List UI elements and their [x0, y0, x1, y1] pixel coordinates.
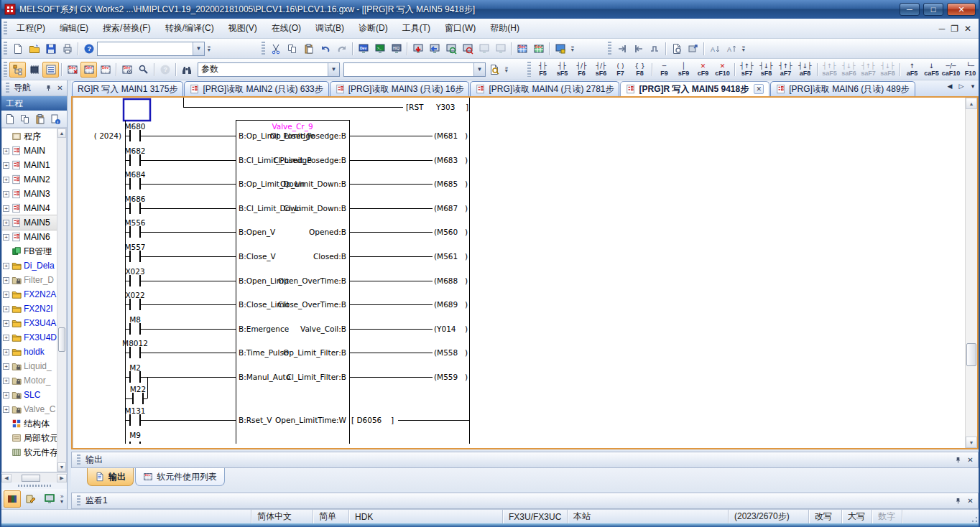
dev-eye-icon[interactable]: Dev	[119, 62, 135, 78]
sort-down-icon[interactable]: A	[706, 41, 723, 57]
expander-plus-icon[interactable]: +	[3, 148, 9, 154]
scroll-down-icon[interactable]: ▼	[966, 437, 977, 448]
tab-more-icon[interactable]: ▾	[969, 83, 977, 90]
doc-search-icon[interactable]	[486, 62, 502, 78]
document-tab-2[interactable]: [PRG]读取 MAIN2 (只读) 633步	[184, 81, 328, 96]
menu-item-7[interactable]: 调试(B)	[308, 20, 351, 36]
toolbar-overflow-icon[interactable]: »▾	[502, 62, 511, 78]
tree-item-main[interactable]: +MAIN	[2, 144, 57, 158]
ladder-symbol-cf9-button[interactable]: ✕cF9	[693, 60, 713, 78]
mdi-restore-button[interactable]: ❐	[951, 24, 958, 34]
menu-item-8[interactable]: 诊断(D)	[351, 20, 395, 36]
expander-plus-icon[interactable]: +	[3, 320, 9, 327]
menu-item-11[interactable]: 帮助(H)	[483, 20, 527, 36]
tree-item-main5[interactable]: +MAIN5	[2, 215, 57, 230]
document-tab-1[interactable]: RG]R 写入 MAIN1 3175步	[72, 81, 183, 96]
menu-item-9[interactable]: 工具(T)	[395, 20, 438, 36]
menu-item-5[interactable]: 视图(V)	[221, 20, 264, 36]
copy-icon[interactable]	[284, 41, 300, 57]
tree-hscroll-thumb[interactable]	[22, 475, 40, 482]
menu-item-4[interactable]: 转换/编译(C)	[158, 20, 221, 36]
tree-item-valvec[interactable]: +Valve_C	[2, 402, 57, 416]
dev-blue-icon[interactable]: Dev	[514, 41, 530, 57]
toolbar-grip[interactable]	[4, 62, 7, 76]
panel-resize-handle[interactable]	[1, 482, 67, 489]
help-icon[interactable]: ?	[80, 41, 97, 57]
tree-item-fx3u4a[interactable]: +FX3U4A	[2, 316, 57, 330]
document-tab-5[interactable]: [PRG]R 写入 MAIN5 9418步✕	[620, 81, 769, 96]
expander-plus-icon[interactable]: +	[3, 277, 9, 284]
tree-item-slc[interactable]: +SLC	[2, 388, 57, 402]
expander-plus-icon[interactable]: +	[3, 335, 9, 341]
tree-item-main3[interactable]: +MAIN3	[2, 187, 57, 201]
tree-scroll-thumb[interactable]	[58, 327, 65, 352]
pin-icon[interactable]	[44, 83, 53, 93]
user-lib-icon[interactable]	[22, 490, 40, 508]
menu-item-1[interactable]: 工程(P)	[9, 20, 52, 36]
jump-win-icon[interactable]	[685, 41, 701, 57]
new-doc-icon[interactable]	[3, 112, 17, 126]
ladder-symbol-sf5-button[interactable]: ┤├sF5	[553, 60, 572, 78]
maximize-button[interactable]: □	[923, 3, 943, 16]
save-icon[interactable]	[42, 41, 59, 57]
expander-plus-icon[interactable]: +	[3, 191, 9, 197]
chevron-down-icon[interactable]: ▼	[473, 63, 485, 76]
tree-item-liquid[interactable]: +Liquid_	[2, 359, 57, 373]
scroll-right-icon[interactable]: ▶	[57, 474, 67, 482]
expander-plus-icon[interactable]: +	[3, 205, 9, 212]
close-icon[interactable]: ✕	[966, 455, 975, 465]
close-button[interactable]: ✕	[947, 3, 976, 16]
dev-verify-icon[interactable]: HIQ	[388, 41, 405, 57]
expander-plus-icon[interactable]: +	[3, 220, 9, 226]
expander-plus-icon[interactable]: +	[3, 292, 9, 298]
tree-item-main6[interactable]: +MAIN6	[2, 230, 57, 244]
ladder-diagram[interactable]: [RSTY303]Valve_Cr_9M680B:Op_Limit_Posedg…	[73, 98, 965, 444]
close-icon[interactable]: ✕	[966, 496, 975, 505]
help-gray-icon[interactable]: ?	[157, 62, 173, 78]
pin-icon[interactable]	[953, 455, 963, 465]
tree-item-fx3u4d[interactable]: +FX3U4D	[2, 330, 57, 345]
toolbar-overflow-icon[interactable]: »▾	[205, 41, 213, 57]
step-out-icon[interactable]	[630, 41, 647, 57]
ladder-symbol-sf6-button[interactable]: ┤/├sF6	[591, 60, 611, 78]
info-icon[interactable]: i	[48, 112, 63, 126]
expander-plus-icon[interactable]: +	[3, 406, 9, 413]
ladder-symbol-cf10-button[interactable]: ✕cF10	[713, 60, 732, 78]
editor-scrollbar[interactable]: ▲ ▼	[965, 98, 977, 448]
editor-scroll-thumb[interactable]	[966, 343, 976, 366]
dev-grid-icon[interactable]: Dev	[80, 62, 97, 78]
toolbar-grip[interactable]	[4, 22, 7, 35]
expander-plus-icon[interactable]: +	[3, 378, 9, 384]
paste-icon[interactable]	[300, 41, 317, 57]
document-tab-6[interactable]: [PRG]读取 MAIN6 (只读) 489步	[770, 81, 915, 96]
tree-item-filterd[interactable]: +Filter_D	[2, 273, 57, 287]
plc-write-icon[interactable]	[410, 41, 426, 57]
tree-item-holdk[interactable]: +holdk	[2, 345, 57, 359]
find-dev-icon[interactable]	[135, 62, 152, 78]
toolbar-grip[interactable]	[262, 42, 265, 55]
dev-green-icon[interactable]: Dev	[530, 41, 547, 57]
monitor-gray-icon[interactable]	[476, 41, 492, 57]
list-view-icon[interactable]	[42, 62, 59, 78]
expander-plus-icon[interactable]: +	[3, 349, 9, 355]
expander-plus-icon[interactable]: +	[3, 363, 9, 370]
ladder-symbol-f10-button[interactable]: └─F10	[961, 60, 980, 78]
ladder-symbol-af5-button[interactable]: ↑aF5	[902, 60, 922, 78]
tab-next-icon[interactable]: ▷	[957, 83, 966, 90]
ladder-surface[interactable]: [RSTY303]Valve_Cr_9M680B:Op_Limit_Posedg…	[73, 98, 965, 448]
tree-item-motor[interactable]: +Motor_	[2, 373, 57, 388]
menu-item-10[interactable]: 窗口(W)	[438, 20, 483, 36]
ladder-symbol-f5-button[interactable]: ┤├F5	[533, 60, 553, 78]
open-folder-icon[interactable]	[26, 41, 42, 57]
ladder-symbol-f6-button[interactable]: ┤/├F6	[572, 60, 591, 78]
connect-dest-icon[interactable]	[41, 490, 58, 508]
ladder-symbol-f8-button[interactable]: { }F8	[630, 60, 650, 78]
undo-icon[interactable]	[317, 41, 333, 57]
ladder-symbol-sf7-button[interactable]: ┤↑├sF7	[737, 60, 757, 78]
step-pulse-icon[interactable]	[647, 41, 663, 57]
scroll-up-icon[interactable]: ▲	[966, 98, 977, 109]
dev-read-icon[interactable]: >_	[371, 41, 388, 57]
expander-plus-icon[interactable]: +	[3, 177, 9, 183]
ladder-symbol-caf10-button[interactable]: ─/─caF10	[941, 60, 961, 78]
tree-scrollbar[interactable]: ▲ ▼	[57, 129, 66, 472]
